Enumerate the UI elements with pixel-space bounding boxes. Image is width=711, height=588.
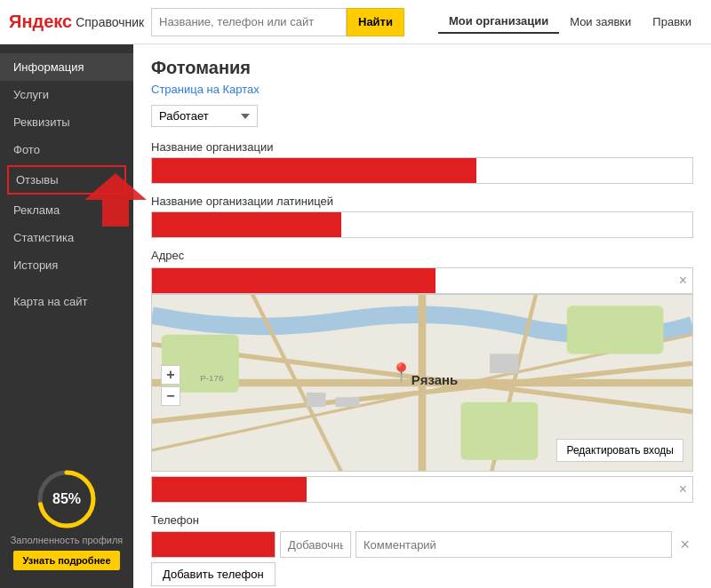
sidebar-item-photo[interactable]: Фото xyxy=(0,136,133,163)
learn-more-button[interactable]: Узнать подробнее xyxy=(13,551,119,570)
map-zoom-controls: + − xyxy=(161,365,180,406)
map-edit-entries-button[interactable]: Редактировать входы xyxy=(556,439,683,462)
search-button[interactable]: Найти xyxy=(347,8,404,36)
address-second-input[interactable]: × xyxy=(151,476,693,503)
phone-additional-input[interactable] xyxy=(280,531,351,558)
profile-percent: 85% xyxy=(52,491,81,507)
main-content: Фотомания Страница на Картах Работает Не… xyxy=(133,44,711,588)
map-zoom-in[interactable]: + xyxy=(161,365,180,385)
map-city-label: Рязань xyxy=(411,372,458,387)
tab-my-requests[interactable]: Мои заявки xyxy=(559,11,642,33)
org-name-latin-input-wrapper xyxy=(151,211,693,238)
svg-rect-13 xyxy=(460,402,538,460)
address-second-clear[interactable]: × xyxy=(679,481,687,497)
phone-clear-button[interactable]: × xyxy=(676,536,693,554)
phone-comment-input[interactable] xyxy=(356,531,672,558)
phone-main-input[interactable] xyxy=(151,531,276,558)
svg-rect-16 xyxy=(490,354,519,373)
profile-completion: 85% Заполненность профиля Узнать подробн… xyxy=(9,468,124,570)
address-section: Адрес × xyxy=(151,249,693,503)
profile-label: Заполненность профиля xyxy=(9,535,124,545)
sidebar-item-stats[interactable]: Статистика xyxy=(0,224,133,251)
svg-rect-14 xyxy=(307,393,326,407)
maps-link[interactable]: Страница на Картах xyxy=(151,83,693,96)
nav-tabs: Мои организации Мои заявки Правки xyxy=(438,10,702,34)
search-input[interactable] xyxy=(151,8,347,36)
status-select[interactable]: Работает Не работает Закрыто xyxy=(151,105,258,127)
org-name-latin-section: Название организации латиницей xyxy=(151,195,693,238)
svg-rect-12 xyxy=(567,306,664,354)
address-label: Адрес xyxy=(151,249,693,262)
sidebar-item-reviews[interactable]: Отзывы xyxy=(7,165,126,195)
phone-section: Телефон × Добавить телефон xyxy=(151,513,693,586)
org-title: Фотомания xyxy=(151,58,693,78)
phone-row: × xyxy=(151,531,693,558)
svg-text:Р-176: Р-176 xyxy=(200,373,223,383)
address-input-box[interactable]: × xyxy=(151,267,693,294)
svg-rect-15 xyxy=(335,397,359,407)
sidebar-item-requisites[interactable]: Реквизиты xyxy=(0,108,133,136)
address-second-red-fill xyxy=(152,477,307,502)
org-name-input-wrapper xyxy=(151,157,693,184)
layout: Информация Услуги Реквизиты Фото Отзывы … xyxy=(0,44,711,588)
sidebar: Информация Услуги Реквизиты Фото Отзывы … xyxy=(0,44,133,588)
org-name-section: Название организации xyxy=(151,140,693,184)
search-area: Найти xyxy=(151,8,429,36)
sidebar-item-map-widget[interactable]: Карта на сайт xyxy=(0,288,133,315)
address-clear-button[interactable]: × xyxy=(679,273,687,289)
map-zoom-out[interactable]: − xyxy=(161,386,180,406)
org-name-label: Название организации xyxy=(151,140,693,154)
phone-label: Телефон xyxy=(151,513,693,527)
profile-circle: 85% xyxy=(36,468,98,530)
header: Яндекс Справочник Найти Мои организации … xyxy=(0,0,711,44)
org-name-red-fill xyxy=(152,158,476,183)
logo-yandex: Яндекс xyxy=(9,12,72,32)
org-name-latin-label: Название организации латиницей xyxy=(151,195,693,208)
org-name-latin-red-fill xyxy=(152,212,341,237)
phone-red-fill xyxy=(152,532,275,557)
sidebar-item-ads[interactable]: Реклама xyxy=(0,196,133,224)
sidebar-item-services[interactable]: Услуги xyxy=(0,81,133,108)
map-pin: 📍 xyxy=(390,362,412,383)
tab-my-orgs[interactable]: Мои организации xyxy=(438,10,559,34)
address-red-fill xyxy=(152,268,435,293)
sidebar-item-history[interactable]: История xyxy=(0,251,133,279)
sidebar-item-info[interactable]: Информация xyxy=(0,53,133,81)
tab-edits[interactable]: Правки xyxy=(642,11,702,33)
logo-area: Яндекс Справочник xyxy=(9,12,142,32)
status-select-wrap: Работает Не работает Закрыто xyxy=(151,105,693,127)
logo-sprav: Справочник xyxy=(76,15,144,29)
map-container: Р-176 + − Рязань 📍 Редактировать входы xyxy=(151,294,693,472)
add-phone-button[interactable]: Добавить телефон xyxy=(151,562,276,586)
